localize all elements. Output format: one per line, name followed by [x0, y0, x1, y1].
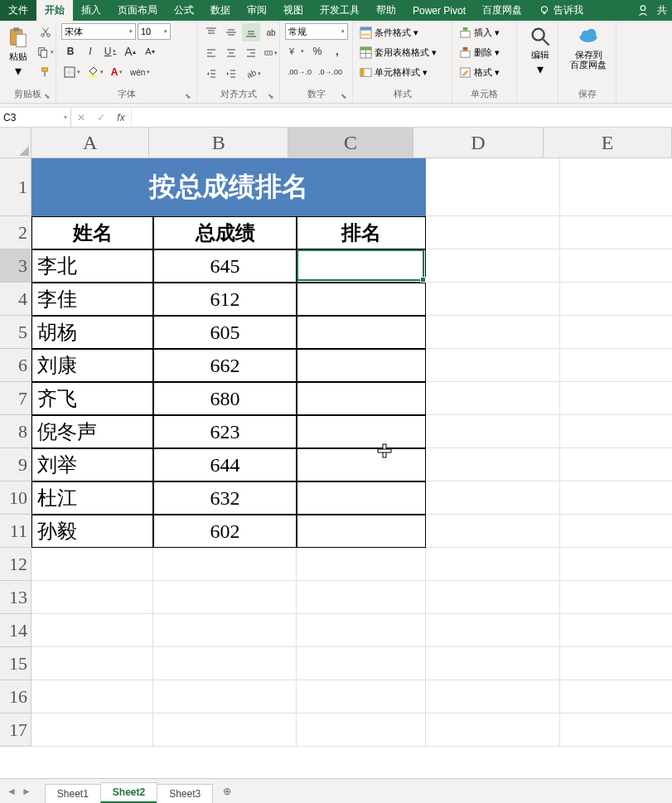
share-label[interactable]: 共 [657, 3, 667, 17]
rank-cell-0[interactable] [297, 249, 426, 283]
row-header-10[interactable]: 10 [0, 481, 31, 515]
cell-B13[interactable] [153, 581, 297, 614]
number-launcher[interactable]: ⬊ [339, 91, 349, 101]
clipboard-launcher[interactable]: ⬊ [42, 91, 52, 101]
share-button[interactable] [636, 3, 650, 18]
cell-E11[interactable] [560, 515, 672, 548]
score-cell-0[interactable]: 645 [153, 249, 297, 283]
cell-D17[interactable] [426, 714, 560, 747]
row-header-4[interactable]: 4 [0, 283, 31, 316]
row-header-3[interactable]: 3 [0, 249, 31, 283]
cell-D10[interactable] [426, 481, 560, 515]
format-as-table-button[interactable]: 套用表格格式▾ [358, 43, 447, 61]
tab-view[interactable]: 视图 [275, 0, 312, 21]
sheet-tab-sheet1[interactable]: Sheet1 [45, 784, 101, 803]
sheet-tab-sheet2[interactable]: Sheet2 [100, 782, 157, 803]
cell-B12[interactable] [153, 548, 297, 581]
wrap-text-button[interactable]: ab [262, 23, 280, 41]
name-cell-8[interactable]: 孙毅 [31, 515, 153, 548]
row-header-15[interactable]: 15 [0, 647, 31, 680]
cell-E15[interactable] [560, 647, 672, 680]
column-header-C[interactable]: C [288, 128, 413, 157]
cell-B17[interactable] [153, 714, 297, 747]
cell-C13[interactable] [297, 581, 426, 614]
format-painter-button[interactable] [35, 63, 56, 81]
row-header-5[interactable]: 5 [0, 316, 31, 349]
cell-D14[interactable] [426, 614, 560, 647]
tab-insert[interactable]: 插入 [73, 0, 109, 21]
name-box-input[interactable] [3, 112, 64, 123]
row-header-12[interactable]: 12 [0, 548, 31, 581]
row-header-2[interactable]: 2 [0, 216, 31, 249]
column-header-A[interactable]: A [31, 128, 149, 157]
name-cell-3[interactable]: 刘康 [31, 349, 153, 382]
underline-button[interactable]: U▾ [101, 42, 119, 60]
cell-E2[interactable] [560, 216, 672, 249]
name-box[interactable]: ▾ [0, 108, 71, 127]
tab-power-pivot[interactable]: Power Pivot [404, 0, 474, 21]
score-cell-7[interactable]: 632 [153, 481, 297, 515]
sheet-nav-prev[interactable]: ◄ [5, 784, 18, 799]
insert-cells-button[interactable]: 插入▾ [457, 23, 511, 41]
tab-data[interactable]: 数据 [202, 0, 239, 21]
row-header-9[interactable]: 9 [0, 448, 31, 481]
row-header-6[interactable]: 6 [0, 349, 31, 382]
enter-formula-button[interactable]: ✓ [91, 108, 111, 127]
tell-me-search[interactable]: 告诉我 [530, 0, 592, 21]
align-left-button[interactable] [202, 44, 220, 62]
rank-cell-4[interactable] [297, 382, 426, 415]
row-header-1[interactable]: 1 [0, 158, 31, 216]
cell-C17[interactable] [297, 714, 426, 747]
cell-A16[interactable] [31, 680, 153, 714]
row-header-8[interactable]: 8 [0, 415, 31, 448]
orientation-button[interactable]: ab▾ [242, 65, 263, 83]
cell-E12[interactable] [560, 548, 672, 581]
format-cells-button[interactable]: 格式▾ [457, 63, 511, 81]
rank-cell-6[interactable] [297, 448, 426, 481]
font-color-button[interactable]: A▾ [108, 63, 126, 81]
cell-D2[interactable] [426, 216, 560, 249]
accounting-format-button[interactable]: ¥▾ [285, 42, 307, 60]
cell-D3[interactable] [426, 249, 560, 283]
row-header-7[interactable]: 7 [0, 382, 31, 415]
tab-home[interactable]: 开始 [36, 0, 73, 21]
name-cell-6[interactable]: 刘举 [31, 448, 153, 481]
percent-style-button[interactable]: % [308, 42, 326, 60]
cell-D4[interactable] [426, 283, 560, 316]
table-header-2[interactable]: 排名 [297, 216, 426, 249]
cell-D6[interactable] [426, 349, 560, 382]
score-cell-3[interactable]: 662 [153, 349, 297, 382]
cell-C15[interactable] [297, 647, 426, 680]
cell-styles-button[interactable]: 单元格样式▾ [358, 63, 447, 81]
cell-B14[interactable] [153, 614, 297, 647]
row-header-17[interactable]: 17 [0, 714, 31, 747]
cell-C12[interactable] [297, 548, 426, 581]
conditional-formatting-button[interactable]: 条件格式▾ [358, 23, 447, 41]
cell-C14[interactable] [297, 614, 426, 647]
cell-E6[interactable] [560, 349, 672, 382]
name-cell-2[interactable]: 胡杨 [31, 316, 153, 349]
score-cell-2[interactable]: 605 [153, 316, 297, 349]
merge-center-button[interactable]: ▾ [262, 44, 280, 62]
table-header-0[interactable]: 姓名 [31, 216, 153, 249]
score-cell-5[interactable]: 623 [153, 415, 297, 448]
new-sheet-button[interactable]: ⊕ [217, 781, 237, 801]
score-cell-6[interactable]: 644 [153, 448, 297, 481]
increase-font-button[interactable]: A▴ [121, 42, 139, 60]
tab-file[interactable]: 文件 [0, 0, 36, 21]
column-header-B[interactable]: B [149, 128, 288, 157]
rank-cell-8[interactable] [297, 515, 426, 548]
italic-button[interactable]: I [81, 42, 99, 60]
rank-cell-5[interactable] [297, 415, 426, 448]
cell-A12[interactable] [31, 548, 153, 581]
row-header-11[interactable]: 11 [0, 515, 31, 548]
alignment-launcher[interactable]: ⬊ [266, 91, 276, 101]
cell-D13[interactable] [426, 581, 560, 614]
font-name-combo[interactable]: 宋体▾ [61, 23, 136, 40]
formula-input[interactable] [132, 108, 672, 127]
select-all-corner[interactable] [0, 128, 31, 158]
insert-function-button[interactable]: fx [111, 108, 131, 127]
cell-D16[interactable] [426, 680, 560, 714]
phonetic-button[interactable]: wén▾ [128, 63, 152, 81]
cell-D15[interactable] [426, 647, 560, 680]
